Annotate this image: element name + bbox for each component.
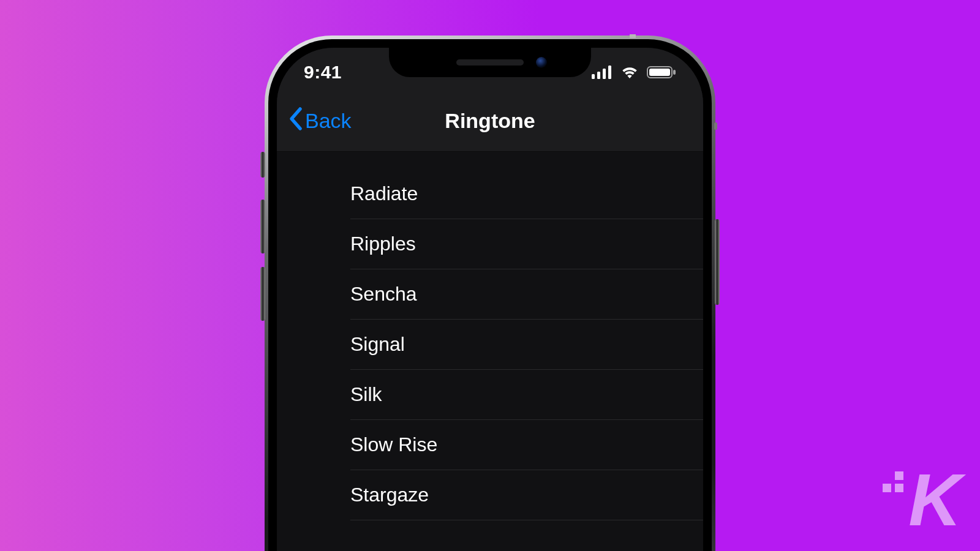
chevron-left-icon <box>288 107 305 136</box>
ringtone-row[interactable]: Silk <box>350 370 703 420</box>
ringtone-list: Radiate Ripples Sencha Signal Silk Slow … <box>277 152 703 520</box>
ringtone-label: Stargaze <box>350 484 429 506</box>
ringtone-label: Radiate <box>350 182 418 205</box>
svg-rect-0 <box>592 74 595 79</box>
ringtone-row[interactable]: Slow Rise <box>350 420 703 470</box>
watermark-logo: K <box>908 463 958 536</box>
ringtone-row[interactable]: Radiate <box>350 169 703 219</box>
antenna-band <box>714 122 717 130</box>
navigation-bar: Back Ringtone <box>277 91 703 152</box>
status-icons <box>592 66 676 79</box>
battery-icon <box>647 66 676 79</box>
svg-rect-2 <box>603 69 606 79</box>
svg-rect-3 <box>608 66 611 79</box>
power-button <box>715 219 720 305</box>
display-notch <box>389 48 591 77</box>
antenna-band <box>630 34 636 38</box>
svg-rect-6 <box>673 70 676 75</box>
ringtone-label: Ripples <box>350 233 416 255</box>
ringtone-row[interactable]: Stargaze <box>350 470 703 520</box>
watermark-letter: K <box>908 459 958 541</box>
mute-switch <box>260 152 265 178</box>
back-button[interactable]: Back <box>282 91 358 151</box>
volume-up-button <box>260 200 265 253</box>
ringtone-row[interactable]: Sencha <box>350 269 703 320</box>
ringtone-row[interactable]: Ripples <box>350 219 703 269</box>
page-title: Ringtone <box>445 109 535 133</box>
ringtone-label: Sencha <box>350 283 417 305</box>
ringtone-row[interactable]: Signal <box>350 320 703 370</box>
svg-rect-5 <box>649 69 670 76</box>
front-camera <box>536 57 547 68</box>
status-time: 9:41 <box>304 62 342 83</box>
phone-frame: 9:41 <box>265 36 715 551</box>
ringtone-label: Slow Rise <box>350 433 437 456</box>
ringtone-label: Silk <box>350 383 382 406</box>
wifi-icon <box>620 66 639 79</box>
cellular-signal-icon <box>592 66 612 79</box>
ringtone-label: Signal <box>350 333 405 356</box>
back-label: Back <box>305 109 352 133</box>
earpiece-speaker <box>456 59 524 66</box>
phone-screen: 9:41 <box>277 48 703 551</box>
svg-rect-1 <box>597 72 600 79</box>
volume-down-button <box>260 267 265 321</box>
